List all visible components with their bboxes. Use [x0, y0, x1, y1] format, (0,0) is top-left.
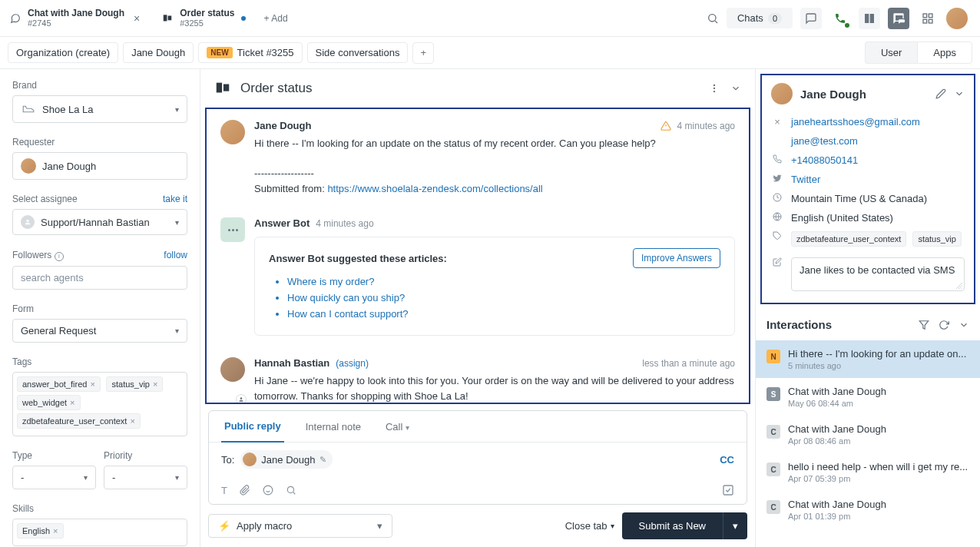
submit-dropdown[interactable]: ▾ [723, 512, 747, 539]
chevron-down-icon[interactable] [954, 88, 965, 99]
suggested-article-link[interactable]: How can I contact support? [287, 308, 720, 320]
submit-button[interactable]: Submit as New [622, 512, 723, 539]
remove-icon[interactable]: × [70, 398, 74, 407]
tag-chip[interactable]: status_vip× [106, 376, 163, 392]
top-tab-bar: Chat with Jane Dough #2745 × Order statu… [0, 0, 980, 37]
edit-icon[interactable]: ✎ [319, 455, 326, 465]
tags-field[interactable]: answer_bot_fired× status_vip× web_widget… [12, 372, 187, 436]
improve-answers-button[interactable]: Improve Answers [633, 248, 720, 268]
ctx-side-conversations[interactable]: Side conversations [307, 42, 409, 63]
remove-icon[interactable]: × [53, 526, 58, 535]
interaction-item[interactable]: N Hi there -- I'm looking for an update … [756, 340, 980, 378]
suggested-article-link[interactable]: How quickly can you ship? [287, 292, 720, 303]
avatar-icon [243, 453, 257, 466]
user-tag[interactable]: status_vip [912, 231, 962, 247]
knowledge-capture-icon[interactable] [722, 484, 734, 496]
to-chip[interactable]: Jane Dough ✎ [240, 450, 333, 469]
tag-chip[interactable]: zdbetafeature_user_context× [17, 413, 141, 429]
call-tab[interactable]: Call ▾ [382, 412, 412, 442]
follow-link[interactable]: follow [164, 250, 187, 260]
tag-chip[interactable]: answer_bot_fired× [17, 376, 101, 392]
layout-icon[interactable] [859, 8, 880, 29]
tab-chat[interactable]: Chat with Jane Dough #2745 × [0, 0, 152, 36]
user-phone[interactable]: +14088050141 [791, 154, 858, 166]
close-tab-button[interactable]: Close tab ▾ [565, 520, 614, 532]
conversations-icon[interactable] [888, 8, 909, 29]
requester-label: Requester [12, 137, 187, 148]
user-note-input[interactable]: Jane likes to be contacted via SMS [791, 257, 965, 291]
remove-icon[interactable]: × [130, 416, 134, 426]
close-icon[interactable]: × [131, 12, 143, 25]
to-label: To: [221, 454, 234, 466]
internal-note-tab[interactable]: Internal note [303, 412, 364, 442]
chevron-down-icon: ▾ [175, 327, 179, 335]
interaction-item[interactable]: S Chat with Jane DoughMay 06 08:44 am [756, 378, 980, 416]
apps-segment-button[interactable]: Apps [917, 41, 972, 64]
svg-rect-1 [168, 15, 172, 20]
text-format-icon[interactable]: T [221, 485, 227, 496]
interaction-subject: Chat with Jane Dough [788, 423, 969, 435]
user-segment-button[interactable]: User [865, 41, 917, 64]
ctx-add-button[interactable]: + [412, 42, 434, 64]
phone-icon[interactable] [829, 8, 851, 29]
info-icon[interactable]: i [55, 252, 64, 261]
more-icon[interactable] [709, 83, 720, 94]
chats-button[interactable]: Chats 0 [727, 8, 793, 28]
cc-button[interactable]: CC [720, 454, 734, 466]
form-select[interactable]: General Request ▾ [12, 319, 187, 343]
apps-grid-icon[interactable] [917, 8, 939, 29]
chat-icon [9, 12, 22, 25]
skill-chip[interactable]: English× [17, 523, 64, 539]
bot-message: Answer Bot 4 minutes ago Answer Bot sugg… [207, 207, 749, 346]
interaction-item[interactable]: C Chat with Jane DoughApr 01 01:39 pm [756, 491, 980, 529]
ctx-requester[interactable]: Jane Dough [123, 42, 194, 63]
assign-link[interactable]: (assign) [336, 358, 369, 369]
attachment-icon[interactable] [240, 485, 250, 496]
search-icon[interactable] [707, 12, 719, 25]
tab-order[interactable]: Order status #3255 [152, 0, 254, 36]
add-tab-button[interactable]: + Add [255, 13, 297, 24]
ctx-ticket[interactable]: NEW Ticket #3255 [198, 42, 302, 63]
edit-icon[interactable] [935, 88, 946, 99]
public-reply-tab[interactable]: Public reply [221, 411, 284, 443]
type-select[interactable]: -▾ [12, 466, 96, 489]
bot-suggestion-card: Answer Bot suggested these articles: Imp… [254, 237, 735, 336]
refresh-icon[interactable] [939, 320, 949, 330]
user-tag[interactable]: zdbetafeature_user_context [791, 231, 906, 247]
user-email[interactable]: jane@test.com [791, 135, 858, 147]
emoji-icon[interactable] [263, 485, 273, 496]
x-icon: × [771, 116, 783, 128]
right-panel: Jane Dough ×janeheartsshoes@gmail.com ja… [756, 69, 980, 547]
ctx-org[interactable]: Organization (create) [8, 42, 118, 63]
source-link[interactable]: https://www.shoelala-zendesk.com/collect… [327, 183, 542, 194]
priority-select[interactable]: -▾ [104, 466, 187, 489]
interaction-item[interactable]: C Chat with Jane DoughApr 08 08:46 am [756, 416, 980, 453]
chats-label: Chats [737, 12, 763, 24]
macro-select[interactable]: ⚡ Apply macro ▾ [208, 514, 392, 538]
comment-icon[interactable] [800, 8, 822, 29]
requester-select[interactable]: Jane Dough [12, 152, 187, 180]
skills-field[interactable]: English× [12, 519, 187, 546]
status-badge: N [766, 350, 780, 363]
brand-select[interactable]: Shoe La La ▾ [12, 95, 187, 123]
unsaved-dot-icon [241, 16, 246, 21]
search-icon[interactable] [286, 485, 296, 496]
followers-input[interactable]: search agents [12, 266, 187, 290]
bot-author: Answer Bot [254, 217, 310, 229]
status-badge: C [766, 462, 780, 476]
remove-icon[interactable]: × [90, 380, 94, 389]
profile-avatar[interactable] [946, 8, 968, 29]
takeit-link[interactable]: take it [163, 194, 187, 204]
assignee-select[interactable]: Support/Hannah Bastian ▾ [12, 209, 187, 235]
tag-chip[interactable]: web_widget× [17, 395, 81, 410]
user-email[interactable]: janeheartsshoes@gmail.com [791, 116, 920, 128]
brand-icon [21, 101, 36, 117]
chevron-down-icon[interactable] [958, 320, 969, 330]
interaction-item[interactable]: C hello i need help - when will i get my… [756, 453, 980, 491]
suggested-article-link[interactable]: Where is my order? [287, 276, 720, 287]
user-box: Jane Dough ×janeheartsshoes@gmail.com ja… [760, 74, 975, 304]
chevron-down-icon[interactable] [730, 83, 741, 94]
user-twitter[interactable]: Twitter [791, 174, 820, 185]
filter-icon[interactable] [919, 320, 929, 330]
remove-icon[interactable]: × [153, 380, 157, 389]
